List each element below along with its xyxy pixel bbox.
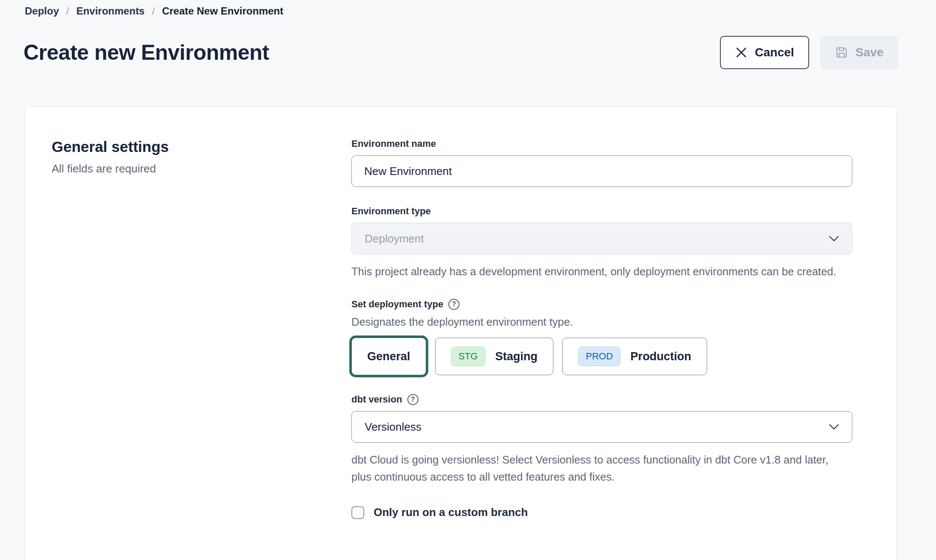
breadcrumb-deploy[interactable]: Deploy [25,5,59,17]
dbt-version-help: dbt Cloud is going versionless! Select V… [351,451,849,485]
custom-branch-label[interactable]: Only run on a custom branch [374,506,528,519]
dbt-version-field: dbt version ? Versionless dbt Cloud is g… [351,394,852,485]
breadcrumb-separator: / [66,5,69,17]
deployment-type-general-button[interactable]: General [351,338,426,375]
stg-badge: STG [451,347,486,366]
breadcrumb-environments[interactable]: Environments [76,5,145,17]
help-question-icon[interactable]: ? [407,394,418,405]
close-icon [735,46,748,59]
page-title: Create new Environment [23,40,269,65]
chevron-down-icon [829,236,839,242]
environment-type-label: Environment type [351,206,852,217]
dbt-version-label: dbt version [351,394,402,405]
environment-form: Environment name Environment type Deploy… [351,138,852,560]
save-button[interactable]: Save [820,36,898,69]
environment-type-value: Deployment [365,232,424,245]
section-subtitle: All fields are required [52,162,351,175]
environment-type-field: Environment type Deployment This project… [351,206,852,280]
deployment-type-label-row: Set deployment type ? [351,299,852,310]
save-floppy-icon [835,46,848,59]
deployment-type-production-label: Production [630,350,691,363]
deployment-type-description: Designates the deployment environment ty… [351,316,852,328]
environment-name-field: Environment name [351,138,852,187]
dbt-version-value: Versionless [365,420,421,434]
environment-name-label: Environment name [351,138,852,149]
deployment-type-staging-button[interactable]: STG Staging [435,338,553,375]
save-button-label: Save [856,46,883,59]
deployment-type-options: General STG Staging PROD Production [351,338,852,375]
cancel-button[interactable]: Cancel [720,36,809,69]
chevron-down-icon [829,424,839,430]
section-intro: General settings All fields are required [52,138,351,560]
custom-branch-checkbox[interactable] [351,506,364,519]
deployment-type-production-button[interactable]: PROD Production [562,338,707,375]
deployment-type-field: Set deployment type ? Designates the dep… [351,299,852,375]
deployment-type-general-label: General [367,350,410,363]
prod-badge: PROD [578,347,621,366]
dbt-version-label-row: dbt version ? [351,394,852,405]
section-title: General settings [52,138,351,155]
environment-type-help: This project already has a development e… [351,263,849,280]
page-header: Create new Environment Cancel Save [23,26,898,79]
dbt-version-select[interactable]: Versionless [351,411,852,443]
breadcrumb-create-new-environment: Create New Environment [162,5,283,17]
custom-branch-row: Only run on a custom branch [351,506,852,519]
help-question-icon[interactable]: ? [448,299,459,310]
deployment-type-staging-label: Staging [495,350,538,363]
header-actions: Cancel Save [720,36,898,69]
environment-name-input[interactable] [351,155,852,187]
environment-type-select: Deployment [351,223,852,254]
breadcrumb-separator: / [152,5,155,17]
cancel-button-label: Cancel [755,46,794,59]
general-settings-card: General settings All fields are required… [25,106,897,560]
breadcrumb: Deploy / Environments / Create New Envir… [0,0,936,17]
deployment-type-label: Set deployment type [351,299,443,310]
